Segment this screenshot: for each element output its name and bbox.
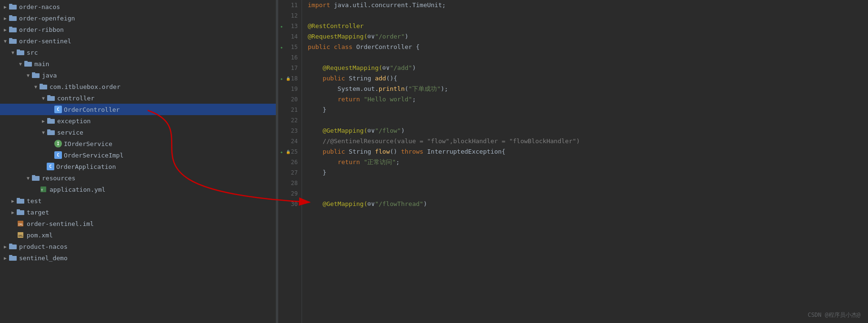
sidebar-item-application.yml[interactable]: Yapplication.yml — [0, 184, 276, 195]
sidebar-item-main[interactable]: ▼main — [0, 58, 276, 69]
sidebar-item-OrderApplication[interactable]: COrderApplication — [0, 161, 276, 172]
code-line-28 — [308, 178, 868, 188]
gutter-line-24: 24 — [278, 136, 302, 147]
tree-item-label: sentinel_demo — [19, 254, 68, 262]
svg-rect-36 — [9, 256, 17, 261]
tree-item-label: com.itbluebox.order — [50, 83, 121, 90]
code-line-27: } — [308, 167, 868, 178]
gutter-line-26: 26 — [278, 157, 302, 167]
tree-item-label: order-openfeign — [19, 15, 75, 22]
code-line-16 — [308, 52, 868, 63]
sidebar-item-order-sentinel.iml[interactable]: IMLorder-sentinel.iml — [0, 218, 276, 229]
sidebar-item-order-openfeign[interactable]: ▶order-openfeign — [0, 12, 276, 24]
tree-arrow-sentinel_demo: ▶ — [2, 255, 9, 261]
folder-icon — [47, 117, 55, 125]
tree-item-label: order-nacos — [19, 3, 60, 10]
svg-rect-12 — [32, 73, 40, 78]
svg-rect-13 — [32, 72, 35, 74]
sidebar-item-order-sentinel[interactable]: ▼order-sentinel — [0, 35, 276, 47]
folder-icon — [9, 25, 17, 34]
interface-icon: I — [54, 140, 62, 147]
sidebar-item-exception[interactable]: ▶exception — [0, 115, 276, 127]
code-line-21: } — [308, 105, 868, 115]
sidebar-item-controller[interactable]: ▼controller — [0, 92, 276, 104]
gutter-line-21: 21 — [278, 105, 302, 115]
sidebar-item-order-ribbon[interactable]: ▶order-ribbon — [0, 24, 276, 35]
tree-item-label: java — [42, 72, 57, 79]
tree-item-label: application.yml — [50, 186, 105, 193]
gutter-line-19: 19 — [278, 84, 302, 94]
sidebar-item-test[interactable]: ▶test — [0, 195, 276, 206]
gutter-line-28: 28 — [278, 178, 302, 188]
svg-rect-18 — [47, 119, 55, 124]
code-editor: 1112✦1314✦151617✦🔒18192021222324✦🔒252627… — [278, 0, 868, 323]
gutter-line-25: ✦🔒25 — [278, 147, 302, 157]
iml-icon: IML — [16, 219, 25, 228]
tree-arrow-order-ribbon: ▶ — [2, 27, 9, 32]
folder-icon — [9, 242, 17, 251]
sidebar-item-resources[interactable]: ▼resources — [0, 172, 276, 184]
svg-rect-14 — [40, 85, 47, 89]
sidebar-item-src[interactable]: ▼src — [0, 47, 276, 58]
gutter-line-30: 30 — [278, 199, 302, 209]
code-line-25: public String flow() throws InterruptedE… — [308, 147, 868, 157]
svg-rect-8 — [17, 50, 24, 55]
gutter-icon-15: ✦ — [280, 45, 283, 50]
sidebar-item-order-nacos[interactable]: ▶order-nacos — [0, 1, 276, 12]
gutter-line-15: ✦15 — [278, 42, 302, 52]
gutter-line-18: ✦🔒18 — [278, 73, 302, 84]
gutter-line-20: 20 — [278, 94, 302, 105]
tree-item-label: resources — [42, 175, 75, 182]
svg-rect-22 — [32, 176, 40, 181]
folder-icon — [47, 94, 55, 102]
tree-arrow-product-nacos: ▶ — [2, 244, 9, 249]
lock-icon-18: 🔒 — [286, 77, 291, 81]
svg-rect-16 — [47, 96, 55, 101]
sidebar-item-com.itbluebox.order[interactable]: ▼com.itbluebox.order — [0, 81, 276, 92]
folder-icon — [9, 37, 17, 45]
gutter-line-16: 16 — [278, 52, 302, 63]
svg-rect-21 — [47, 129, 50, 131]
sidebar-item-product-nacos[interactable]: ▶product-nacos — [0, 241, 276, 252]
svg-rect-2 — [9, 16, 17, 21]
tree-arrow-test: ▶ — [10, 198, 16, 204]
tree-arrow-service: ▼ — [40, 130, 47, 135]
sidebar-item-OrderController[interactable]: COrderController — [0, 104, 276, 115]
sidebar-item-java[interactable]: ▼java — [0, 69, 276, 81]
tree-item-label: controller — [57, 95, 94, 102]
svg-rect-27 — [17, 198, 20, 199]
svg-rect-26 — [17, 199, 24, 204]
code-line-11: import java.util.concurrent.TimeUnit; — [308, 0, 868, 10]
sidebar-item-service[interactable]: ▼service — [0, 127, 276, 138]
svg-rect-19 — [47, 118, 50, 119]
code-line-20: return "Hello world"; — [308, 94, 868, 105]
folder-icon — [24, 59, 32, 68]
sidebar-item-pom.xml[interactable]: XMLpom.xml — [0, 229, 276, 241]
tree-arrow-order-openfeign: ▶ — [2, 16, 9, 21]
svg-rect-10 — [24, 62, 32, 67]
line-numbers: 1112✦1314✦151617✦🔒18192021222324✦🔒252627… — [278, 0, 302, 323]
folder-icon — [31, 71, 40, 79]
file-tree[interactable]: ▶order-nacos▶order-openfeign▶order-ribbo… — [0, 0, 276, 323]
sidebar-item-IOrderService[interactable]: IIOrderService — [0, 138, 276, 149]
sidebar-item-sentinel_demo[interactable]: ▶sentinel_demo — [0, 252, 276, 264]
gutter-line-29: 29 — [278, 188, 302, 199]
sidebar-item-OrderServiceImpl[interactable]: COrderServiceImpl — [0, 149, 276, 161]
folder-icon — [16, 196, 25, 205]
tree-item-label: OrderServiceImpl — [64, 152, 123, 159]
code-line-13: @RestController — [308, 21, 868, 31]
sidebar-item-target[interactable]: ▶target — [0, 206, 276, 218]
tree-item-label: src — [27, 49, 38, 56]
folder-icon — [31, 174, 40, 182]
svg-rect-37 — [9, 255, 12, 256]
tree-arrow-controller: ▼ — [40, 96, 47, 101]
svg-rect-11 — [24, 61, 28, 62]
tree-item-label: OrderApplication — [56, 163, 116, 170]
svg-rect-20 — [47, 130, 55, 135]
code-lines: import java.util.concurrent.TimeUnit;@Re… — [302, 0, 868, 323]
code-line-12 — [308, 10, 868, 21]
svg-text:XML: XML — [18, 234, 23, 237]
svg-rect-34 — [9, 245, 17, 249]
tree-item-label: product-nacos — [19, 243, 68, 250]
folder-icon — [9, 14, 17, 22]
